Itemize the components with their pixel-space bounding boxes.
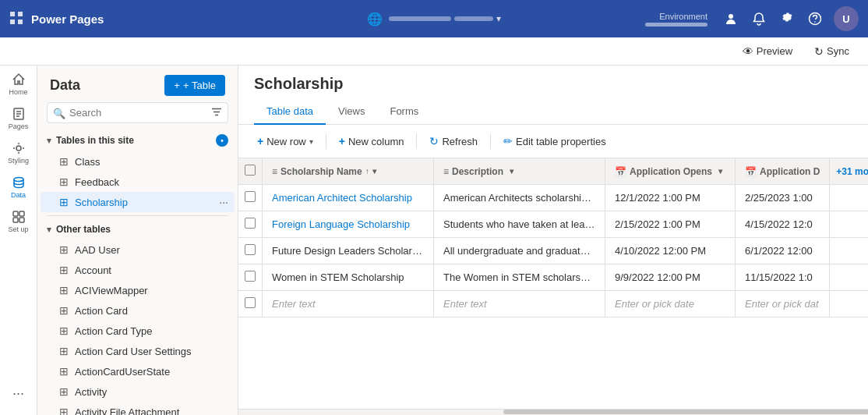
more-cols-button[interactable]: +31 more ▾ [830,163,868,180]
sidebar-item-account[interactable]: ⊞ Account [41,260,235,280]
sidebar-item-scholarship-label: Scholarship [75,197,128,208]
sidebar-item-activity-file-attachment[interactable]: ⊞ Activity File Attachment [41,402,235,415]
more-options-icon[interactable]: ··· [219,196,228,208]
preview-btn[interactable]: 👁 Preview [736,42,799,61]
row-checkbox-new[interactable] [238,291,263,317]
plus-icon: + [257,135,263,147]
placeholder-deadline[interactable]: Enter or pick dat [736,291,830,317]
search-input[interactable] [47,102,228,123]
refresh-label: Refresh [442,136,478,147]
col-app-opens-label: Application Opens [630,166,712,177]
content-tabs: Table data Views Forms [254,99,852,124]
sidebar-item-scholarship[interactable]: ⊞ Scholarship ··· [41,192,235,212]
sync-label: Sync [827,45,849,57]
new-row-button[interactable]: + New row ▾ [251,131,319,151]
sidebar-header: Data + + Table [37,66,238,102]
sidebar-item-activity[interactable]: ⊞ Activity [41,381,235,402]
tab-table-data[interactable]: Table data [254,99,326,125]
nav-home-label: Home [9,88,27,96]
row-checkbox-2[interactable] [238,211,263,238]
row-checkbox-3[interactable] [238,238,263,264]
sidebar-content: ▾ Tables in this site • ⊞ Class ⊞ Feedba… [37,129,238,415]
sidebar-item-aad-user[interactable]: ⊞ AAD User [41,239,235,260]
topbar-right: Environment U [645,6,859,31]
main-layout: Home Pages Styling Data Set up ··· Data … [0,66,868,415]
chevron-down-icon[interactable]: ▾ [496,13,501,24]
filter-icon[interactable]: ▾ [506,167,517,176]
col-scholarship-name[interactable]: ≡ Scholarship Name ↑ ▾ [263,158,434,185]
sidebar-item-actioncarduserstate[interactable]: ⊞ ActionCardUserState [41,361,235,381]
calendar-col-icon: 📅 [745,166,757,177]
nav-more[interactable]: ··· [3,378,34,409]
person-icon-btn[interactable] [718,6,743,31]
tab-forms[interactable]: Forms [377,99,431,125]
placeholder-opens[interactable]: Enter or pick date [605,291,736,317]
svg-rect-2 [10,20,15,24]
row-link-1[interactable]: American Architect Scholarship [272,192,412,204]
horizontal-scrollbar[interactable] [503,410,868,414]
placeholder-name[interactable]: Enter text [263,291,434,317]
placeholder-extra [830,291,868,317]
svg-rect-0 [10,12,15,16]
col-app-opens[interactable]: 📅 Application Opens ▾ [605,158,736,185]
help-icon-btn[interactable] [803,6,827,31]
col-checkbox-header [238,158,263,185]
grid-icon: ⊞ [59,264,69,276]
divider [416,133,417,149]
sidebar-item-activity-file-attachment-label: Activity File Attachment [75,406,179,416]
nav-data-label: Data [11,191,26,199]
filter-icon[interactable] [211,106,222,119]
sidebar-item-action-card-user-settings-label: Action Card User Settings [75,346,192,357]
secondary-bar: 👁 Preview ↻ Sync [0,37,868,66]
sync-btn[interactable]: ↻ Sync [808,42,856,61]
pencil-icon: ✏ [503,135,513,147]
table-col-icon: ≡ [443,166,449,177]
col-description[interactable]: ≡ Description ▾ [434,158,605,185]
nav-data[interactable]: Data [3,172,34,203]
table-col-icon: ≡ [272,166,277,177]
col-app-deadline[interactable]: 📅 Application D [736,158,830,185]
other-tables-header[interactable]: ▾ Other tables [37,219,238,239]
cell-extra-2 [830,211,868,238]
nav-setup[interactable]: Set up [3,206,34,237]
sidebar-item-feedback-label: Feedback [75,176,119,188]
col-app-deadline-label: Application D [760,166,820,177]
chevron-down-icon: ▾ [309,137,313,146]
add-table-button[interactable]: + + Table [164,75,225,96]
filter-icon: ▾ [372,167,376,176]
bell-icon-btn[interactable] [746,6,771,31]
grid-icon: ⊞ [59,385,69,398]
divider [47,215,228,216]
sidebar-item-aad-user-label: AAD User [75,244,120,256]
sidebar-item-aciviewmapper[interactable]: ⊞ ACIViewMapper [41,280,235,300]
topbar-center: 🌐 ▾ [367,12,501,27]
header-checkbox[interactable] [245,165,256,176]
sidebar-item-action-card-user-settings[interactable]: ⊞ Action Card User Settings [41,341,235,361]
edit-properties-button[interactable]: ✏ Edit table properties [497,131,612,151]
sidebar-item-action-card-type[interactable]: ⊞ Action Card Type [41,321,235,341]
app-title: Power Pages [31,12,104,26]
tables-in-site-header[interactable]: ▾ Tables in this site • [37,129,238,151]
row-checkbox-4[interactable] [238,264,263,291]
new-column-button[interactable]: + New column [333,131,411,151]
avatar[interactable]: U [834,6,859,31]
globe-icon: 🌐 [367,12,383,27]
cell-name-1: American Architect Scholarship [263,185,434,211]
cell-name-2: Foreign Language Scholarship [263,211,434,238]
refresh-button[interactable]: ↻ Refresh [423,131,484,151]
sidebar-item-aciviewmapper-label: ACIViewMapper [75,285,148,296]
sidebar-item-feedback[interactable]: ⊞ Feedback [41,172,235,192]
sidebar-item-action-card[interactable]: ⊞ Action Card [41,300,235,321]
row-link-2[interactable]: Foreign Language Scholarship [272,218,410,230]
row-checkbox-1[interactable] [238,185,263,211]
nav-pages[interactable]: Pages [3,103,34,134]
placeholder-desc[interactable]: Enter text [434,291,605,317]
sort-asc-icon: ↑ [365,167,369,176]
tab-views[interactable]: Views [326,99,377,125]
filter-icon[interactable]: ▾ [715,167,725,176]
table-row: Foreign Language Scholarship Students wh… [238,211,868,238]
nav-styling[interactable]: Styling [3,137,34,168]
sidebar-item-class[interactable]: ⊞ Class [41,151,235,172]
nav-home[interactable]: Home [3,69,34,100]
settings-icon-btn[interactable] [774,6,799,31]
